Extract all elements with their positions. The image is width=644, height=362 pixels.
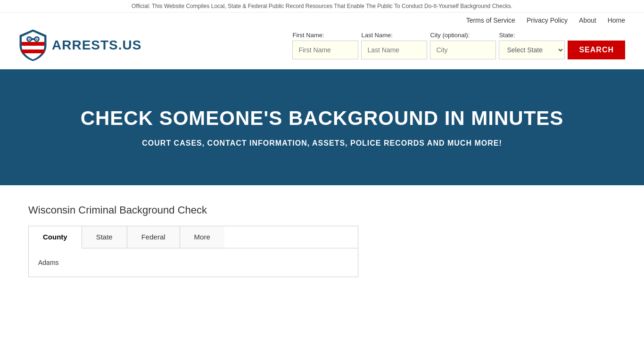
search-form: First Name: Last Name: City (optional): … [292, 32, 625, 59]
tab-state[interactable]: State [82, 226, 127, 248]
state-select[interactable]: Select State Alabama Alaska Arizona Arka… [499, 41, 565, 59]
header: Terms of Service Privacy Policy About Ho… [0, 13, 644, 69]
announcement-bar: Official: This Website Compiles Local, S… [0, 0, 644, 13]
city-input[interactable] [430, 41, 496, 59]
nav-about[interactable]: About [579, 16, 596, 24]
tab-content-body: Adams [29, 248, 358, 277]
first-name-label: First Name: [292, 32, 358, 39]
city-field: City (optional): [430, 32, 496, 59]
state-label: State: [499, 32, 565, 39]
first-name-field: First Name: [292, 32, 358, 59]
hero-heading: CHECK SOMEONE'S BACKGROUND IN MINUTES [19, 107, 625, 130]
svg-point-6 [29, 39, 30, 40]
content-section: Wisconsin Criminal Background Check Coun… [0, 185, 644, 296]
announcement-text: Official: This Website Compiles Local, S… [132, 3, 512, 9]
svg-point-7 [36, 39, 38, 40]
header-main: ARRESTS.US First Name: Last Name: City (… [0, 24, 644, 69]
page-title: Wisconsin Criminal Background Check [28, 204, 616, 216]
logo-shield-icon [19, 29, 47, 62]
logo-text: ARRESTS.US [52, 38, 141, 53]
nav-links: Terms of Service Privacy Policy About Ho… [0, 13, 644, 24]
hero-subheading: COURT CASES, CONTACT INFORMATION, ASSETS… [19, 139, 625, 148]
nav-home[interactable]: Home [608, 16, 625, 24]
last-name-field: Last Name: [361, 32, 427, 59]
svg-rect-0 [22, 42, 44, 46]
state-field: State: Select State Alabama Alaska Arizo… [499, 32, 565, 59]
tab-table: County State Federal More Adams [28, 226, 358, 277]
last-name-label: Last Name: [361, 32, 427, 39]
search-button[interactable]: SEARCH [568, 41, 625, 59]
tab-federal[interactable]: Federal [127, 226, 180, 248]
logo-area: ARRESTS.US [19, 29, 141, 62]
tab-more[interactable]: More [180, 226, 224, 248]
tab-county[interactable]: County [29, 226, 82, 248]
tab-header: County State Federal More [29, 226, 358, 248]
svg-rect-8 [31, 38, 35, 40]
last-name-input[interactable] [361, 41, 427, 59]
list-item[interactable]: Adams [38, 256, 348, 269]
nav-privacy[interactable]: Privacy Policy [527, 16, 568, 24]
svg-rect-1 [22, 49, 44, 53]
nav-terms[interactable]: Terms of Service [466, 16, 515, 24]
city-label: City (optional): [430, 32, 496, 39]
hero-section: CHECK SOMEONE'S BACKGROUND IN MINUTES CO… [0, 69, 644, 185]
first-name-input[interactable] [292, 41, 358, 59]
